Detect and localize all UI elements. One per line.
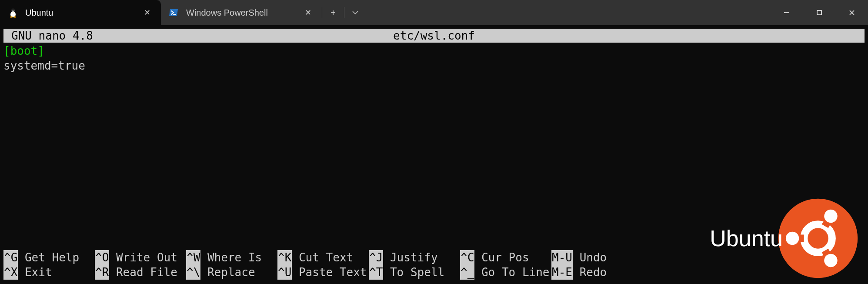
shortcut-get-help: ^G Get Help	[3, 250, 95, 265]
window-controls	[770, 0, 868, 25]
nano-app-title: GNU nano 4.8	[11, 29, 93, 42]
window-titlebar: Ubuntu ✕ Windows PowerShell ✕ +	[0, 0, 868, 25]
maximize-button[interactable]	[803, 0, 835, 25]
ini-section: [boot]	[3, 43, 865, 58]
shortcut-to-spell: ^T To Spell	[369, 265, 460, 280]
shortcut-where-is: ^W Where Is	[186, 250, 277, 265]
nano-filename: etc/wsl.conf	[393, 29, 475, 42]
svg-point-8	[13, 17, 16, 18]
tab-powershell[interactable]: Windows PowerShell ✕	[161, 0, 322, 25]
new-tab-button[interactable]: +	[322, 0, 344, 25]
shortcut-justify: ^J Justify	[369, 250, 460, 265]
tab-ubuntu[interactable]: Ubuntu ✕	[0, 0, 161, 25]
content-line: systemd=true	[3, 58, 865, 73]
tab-label: Ubuntu	[25, 8, 134, 18]
svg-rect-10	[817, 10, 821, 15]
shortcut-cut-text: ^K Cut Text	[277, 250, 369, 265]
powershell-icon	[169, 7, 179, 18]
shortcut-write-out: ^O Write Out	[95, 250, 186, 265]
nano-titlebar: GNU nano 4.8 etc/wsl.conf	[3, 29, 865, 43]
ubuntu-wordmark: Ubuntu	[710, 225, 783, 251]
shortcut-read-file: ^R Read File	[95, 265, 186, 280]
svg-point-6	[13, 10, 14, 11]
shortcut-go-to-line: ^_ Go To Line	[460, 265, 551, 280]
shortcut-undo: M-U Undo	[551, 250, 628, 265]
svg-point-14	[786, 232, 799, 245]
tab-close-button[interactable]: ✕	[302, 8, 314, 17]
tab-close-button[interactable]: ✕	[141, 8, 153, 17]
close-button[interactable]	[835, 0, 868, 25]
terminal-area[interactable]: GNU nano 4.8 etc/wsl.conf [boot] systemd…	[0, 29, 868, 284]
ubuntu-logo-icon	[777, 197, 859, 280]
editor-content[interactable]: [boot] systemd=true	[0, 43, 868, 74]
shortcut-replace: ^\ Replace	[186, 265, 277, 280]
svg-point-5	[12, 10, 13, 11]
shortcut-cur-pos: ^C Cur Pos	[460, 250, 551, 265]
ubuntu-watermark: Ubuntu	[710, 197, 859, 280]
tab-label: Windows PowerShell	[186, 8, 295, 18]
shortcut-redo: M-E Redo	[551, 265, 628, 280]
tux-icon	[8, 7, 18, 18]
tab-dropdown-button[interactable]	[344, 0, 366, 25]
shortcut-exit: ^X Exit	[3, 265, 95, 280]
minimize-button[interactable]	[770, 0, 803, 25]
svg-point-7	[10, 17, 13, 18]
shortcut-paste-text: ^U Paste Text	[277, 265, 369, 280]
